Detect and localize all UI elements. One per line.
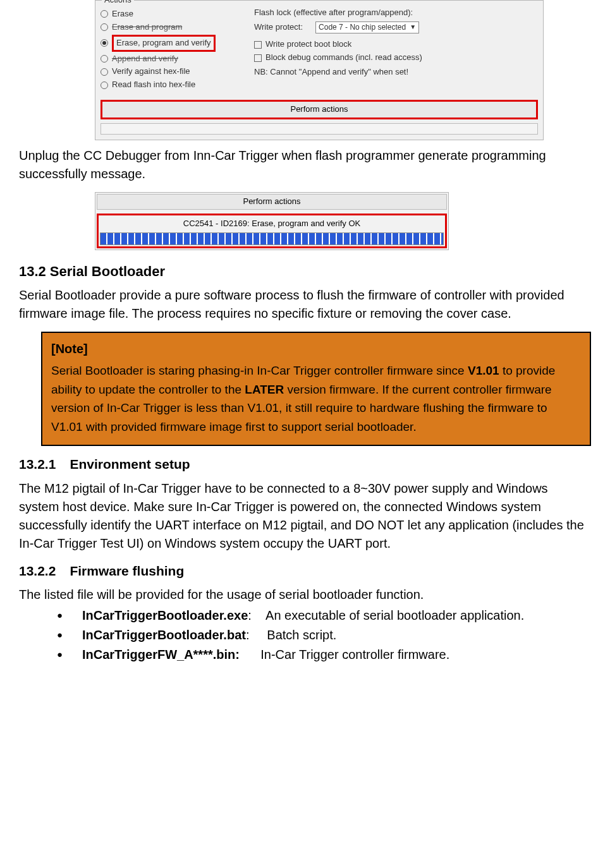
file-name: InCarTriggerFW_A****.bin [82, 648, 235, 661]
list-item: InCarTriggerBootloader.bat: Batch script… [57, 626, 591, 644]
paragraph-env-setup: The M12 pigtail of In-Car Trigger have t… [19, 479, 591, 553]
status-text: CC2541 - ID2169: Erase, program and veri… [100, 217, 444, 231]
radio-column: Erase Erase and program Erase, program a… [101, 7, 243, 92]
dialog-progress-screenshot: Perform actions CC2541 - ID2169: Erase, … [95, 192, 449, 250]
colon: : [248, 608, 252, 622]
dialog-actions-screenshot: Actions Erase Erase and program Erase, p… [95, 0, 544, 140]
checkbox-wp-boot[interactable]: Write protect boot block [254, 39, 538, 51]
result-highlight: CC2541 - ID2169: Erase, program and veri… [97, 214, 447, 248]
perform-actions-button-2[interactable]: Perform actions [97, 194, 447, 210]
radio-label: Read flash into hex-file [112, 79, 195, 91]
file-desc: Batch script. [267, 626, 336, 644]
file-desc: In-Car Trigger controller firmware. [260, 646, 449, 664]
perform-actions-button[interactable]: Perform actions [101, 100, 538, 119]
write-protect-dropdown[interactable]: Code 7 - No chip selected▼ [315, 21, 419, 33]
radio-label: Erase [112, 8, 133, 20]
write-protect-label: Write protect: [254, 21, 303, 33]
file-name: InCarTriggerBootloader.exe [82, 608, 248, 622]
heading-13-2-1: 13.2.1Environment setup [19, 455, 591, 474]
radio-label: Verify against hex-file [112, 66, 190, 78]
file-list: InCarTriggerBootloader.exe: An executabl… [41, 606, 591, 664]
paragraph-firmware-flushing: The listed file will be provided for the… [19, 586, 591, 604]
list-item: InCarTriggerFW_A****.bin: In-Car Trigger… [57, 646, 591, 664]
note-title: [Note] [51, 339, 581, 359]
file-desc: An executable of serial bootloader appli… [265, 606, 524, 625]
colon: : [235, 648, 240, 661]
heading-number: 13.2.1 [19, 455, 56, 474]
radio-erase[interactable]: Erase [101, 8, 243, 20]
radio-erase-program-verify[interactable]: Erase, program and verify [101, 35, 243, 52]
heading-13-2-2: 13.2.2Firmware flushing [19, 562, 591, 581]
radio-label: Append and verify [112, 53, 178, 65]
paragraph-serial-bootloader: Serial Bootloader provide a pure softwar… [19, 286, 591, 323]
note-box: [Note] Serial Bootloader is staring phas… [41, 332, 591, 446]
dropdown-value: Code 7 - No chip selected [319, 22, 406, 33]
chevron-down-icon: ▼ [410, 23, 416, 32]
heading-title: Environment setup [70, 457, 190, 471]
radio-label: Erase and program [112, 21, 182, 33]
heading-13-2: 13.2Serial Bootloader [19, 262, 591, 282]
radio-append-verify[interactable]: Append and verify [101, 53, 243, 65]
heading-number: 13.2 [19, 262, 46, 282]
flash-lock-label: Flash lock (effective after program/appe… [254, 7, 538, 19]
note-text: Serial Bootloader is staring phasing-in … [51, 364, 468, 377]
checkbox-label: Write protect boot block [265, 39, 351, 51]
colon: : [246, 628, 250, 642]
progressbar [100, 232, 444, 245]
actions-groupbox: Actions Erase Erase and program Erase, p… [95, 0, 544, 140]
heading-title: Serial Bootloader [50, 263, 165, 279]
heading-title: Firmware flushing [70, 564, 184, 578]
status-bar-empty [101, 123, 538, 135]
radio-erase-program[interactable]: Erase and program [101, 21, 243, 33]
options-column: Flash lock (effective after program/appe… [254, 7, 538, 92]
radio-read-hex[interactable]: Read flash into hex-file [101, 79, 243, 91]
paragraph-unplug: Unplug the CC Debugger from Inn-Car Trig… [19, 147, 591, 183]
file-name: InCarTriggerBootloader.bat [82, 628, 246, 642]
checkbox-label: Block debug commands (incl. read access) [265, 52, 422, 64]
groupbox-title: Actions [102, 0, 134, 6]
note-later: LATER [245, 383, 284, 396]
list-item: InCarTriggerBootloader.exe: An executabl… [57, 606, 591, 625]
checkbox-block-debug[interactable]: Block debug commands (incl. read access) [254, 52, 538, 64]
note-body: Serial Bootloader is staring phasing-in … [51, 361, 581, 436]
radio-verify-hex[interactable]: Verify against hex-file [101, 66, 243, 78]
note-v101: V1.01 [468, 364, 499, 377]
heading-number: 13.2.2 [19, 562, 56, 581]
nb-text: NB: Cannot "Append and verify" when set! [254, 66, 538, 78]
radio-label: Erase, program and verify [112, 35, 216, 52]
